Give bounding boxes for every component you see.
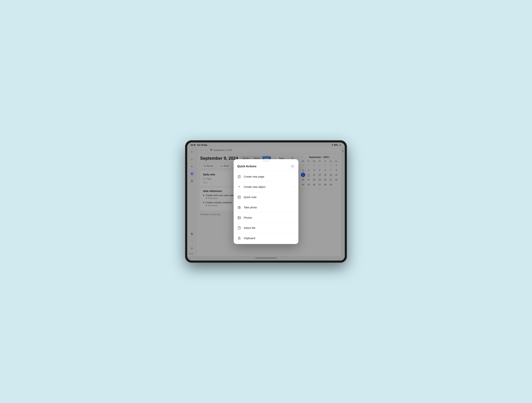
modal-divider-2 — [234, 192, 298, 192]
create-object-label: Create new object — [244, 185, 291, 188]
create-page-icon — [237, 175, 241, 179]
modal-divider-5 — [234, 223, 298, 223]
modal-overlay[interactable]: Quick Actions × Create n — [187, 143, 345, 260]
modal-items: Create new page + Create new object › — [234, 171, 298, 244]
svg-rect-12 — [238, 227, 240, 229]
modal-item-photos[interactable]: Photos — [234, 213, 298, 222]
svg-rect-11 — [238, 217, 239, 218]
svg-point-9 — [239, 207, 240, 208]
create-page-label: Create new page — [244, 175, 295, 178]
quick-actions-modal: Quick Actions × Create n — [234, 159, 298, 244]
modal-item-create-page[interactable]: Create new page — [234, 172, 298, 181]
modal-divider-3 — [234, 202, 298, 202]
svg-rect-8 — [238, 207, 241, 208]
photos-icon — [237, 216, 241, 220]
clipboard-icon — [237, 236, 241, 240]
modal-item-take-photo[interactable]: Take photo — [234, 203, 298, 212]
create-object-arrow: › — [294, 185, 295, 188]
take-photo-label: Take photo — [244, 206, 295, 209]
quick-note-icon — [237, 195, 241, 199]
modal-item-clipboard[interactable]: Clipboard — [234, 234, 298, 243]
screen: 10:44 Tue 10 Sep ▾ 34% 🔋 + ⌕ ✦ ▦ ☰ 🗑 ··· — [187, 143, 345, 260]
modal-title: Quick Actions — [237, 165, 256, 168]
modal-item-quick-note[interactable]: Quick note — [234, 193, 298, 202]
modal-close-button[interactable]: × — [291, 164, 295, 169]
take-photo-icon — [237, 205, 241, 209]
select-file-label: Select file — [244, 226, 295, 229]
quick-note-label: Quick note — [244, 195, 295, 199]
device-frame: 10:44 Tue 10 Sep ▾ 34% 🔋 + ⌕ ✦ ▦ ☰ 🗑 ··· — [185, 140, 347, 263]
modal-item-select-file[interactable]: Select file — [234, 224, 298, 232]
clipboard-label: Clipboard — [244, 237, 295, 240]
modal-header: Quick Actions × — [234, 161, 298, 171]
modal-divider-6 — [234, 233, 298, 233]
photos-label: Photos — [244, 216, 295, 219]
create-object-icon: + — [237, 185, 241, 189]
modal-item-create-object[interactable]: + Create new object › — [234, 182, 298, 191]
svg-rect-10 — [238, 216, 241, 219]
select-file-icon — [237, 226, 241, 230]
